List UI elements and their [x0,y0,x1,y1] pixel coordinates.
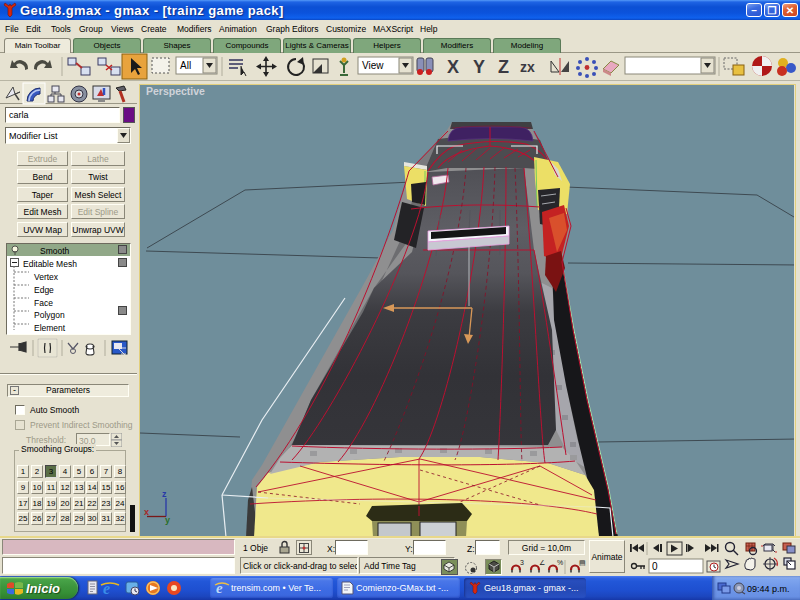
svg-text:Perspective: Perspective [146,85,205,97]
svg-text:zx: zx [520,59,535,75]
svg-text:∠: ∠ [539,559,545,566]
svg-text:View: View [362,60,384,71]
svg-text:3: 3 [520,559,524,566]
svg-text:Y: Y [473,57,485,77]
svg-text:Z: Z [498,57,509,77]
svg-text:%: % [557,559,563,566]
svg-text:0: 0 [652,561,658,572]
svg-text:y: y [165,515,170,525]
svg-text:X: X [447,57,459,77]
svg-text:x: x [144,507,149,517]
svg-text:▤: ▤ [579,559,586,566]
svg-text:All: All [180,60,191,71]
svg-text:z: z [162,489,167,499]
